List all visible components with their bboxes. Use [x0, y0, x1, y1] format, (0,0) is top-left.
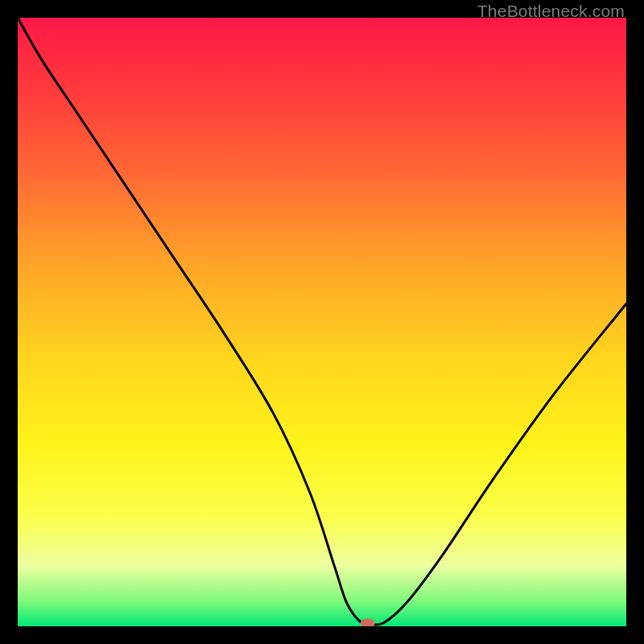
chart-svg — [18, 18, 626, 626]
bottleneck-curve — [18, 18, 626, 625]
chart-plot-area — [18, 18, 626, 626]
optimal-point-marker — [361, 618, 375, 626]
attribution-label: TheBottleneck.com — [477, 2, 625, 21]
